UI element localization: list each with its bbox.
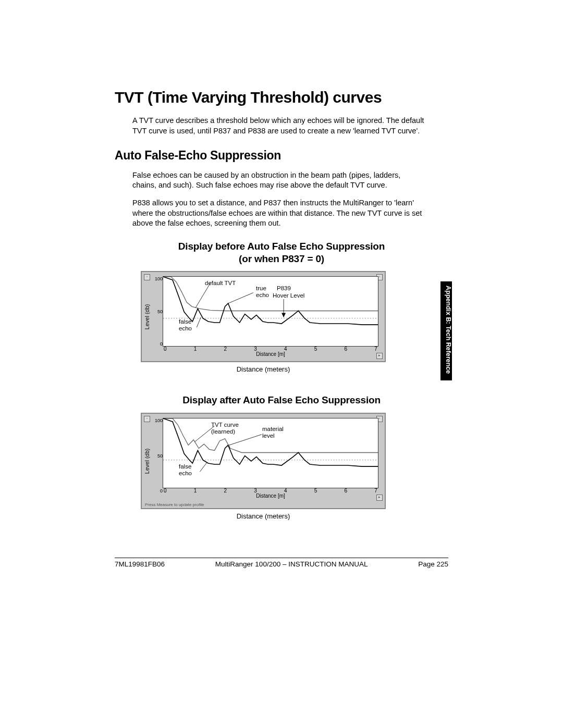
footer-doc-title: MultiRanger 100/200 – INSTRUCTION MANUAL [215, 560, 368, 568]
x-axis-inner-label: Distance [m] [163, 351, 378, 357]
y-ticks: 100 50 0 [158, 276, 163, 347]
chart2-plot: × TVT curve (learned) material level fal… [163, 418, 378, 488]
svg-line-9 [200, 462, 207, 472]
para-false-echoes: False echoes can be caused by an obstruc… [132, 170, 424, 191]
annot-material-level: material level [262, 426, 284, 439]
svg-line-1 [195, 283, 210, 308]
chart1-caption: Distance (meters) [141, 365, 386, 373]
chart1-title: Display before Auto False Echo Suppressi… [115, 240, 448, 265]
chart2-title: Display after Auto False Echo Suppressio… [115, 394, 448, 406]
chart2-caption: Distance (meters) [141, 512, 386, 520]
annot-p839: P839 [277, 285, 291, 292]
chart1-plot: default TVT trueecho P839 Hover Level fa… [163, 276, 378, 347]
page-content: TVT (Time Varying Threshold) curves A TV… [115, 89, 448, 520]
footer-doc-id: 7ML19981FB06 [115, 560, 165, 568]
svg-marker-4 [282, 313, 286, 317]
page-title: TVT (Time Varying Threshold) curves [115, 89, 448, 106]
svg-line-5 [197, 317, 201, 327]
para-p838: P838 allows you to set a distance, and P… [132, 198, 424, 229]
annot-true-echo: trueecho [256, 285, 269, 298]
annot-tvt-learned: TVT curve (learned) [211, 422, 239, 435]
svg-line-2 [228, 293, 253, 303]
svg-line-8 [229, 435, 262, 445]
x-axis-inner-label: Distance [m] [163, 493, 378, 499]
chart-corner-icon: ▫ [144, 274, 150, 280]
page-footer: 7ML19981FB06 MultiRanger 100/200 – INSTR… [115, 558, 448, 568]
footer-page-num: Page 225 [418, 560, 448, 568]
annot-hover: Hover Level [273, 292, 304, 299]
annot-false-echo: falseecho [179, 463, 192, 476]
side-tab: Appendix B: Tech Reference [435, 183, 452, 282]
intro-paragraph: A TVT curve describes a threshold below … [132, 116, 424, 136]
annot-false-echo: falseecho [179, 318, 192, 331]
chart2-status: Press Measure to update profile [145, 502, 204, 507]
section-auto-false-echo: Auto False-Echo Suppression [115, 149, 448, 163]
chart-corner-icon: ▫ [144, 416, 150, 422]
svg-text:×: × [227, 442, 230, 449]
y-axis-label: Level (db) [144, 304, 150, 329]
y-ticks: 100 50 0 [158, 418, 163, 493]
y-axis-label: Level (db) [144, 448, 150, 474]
chart-after: ▫ ▫ ▸ Level (db) y:ECHO [dB] y:TVT [dB] … [141, 413, 386, 520]
chart-before: ▫ ▫ ▸ Level (db) y:ECHO [dB] y:TVT [dB] … [141, 271, 386, 373]
annot-default-tvt: default TVT [205, 280, 236, 287]
